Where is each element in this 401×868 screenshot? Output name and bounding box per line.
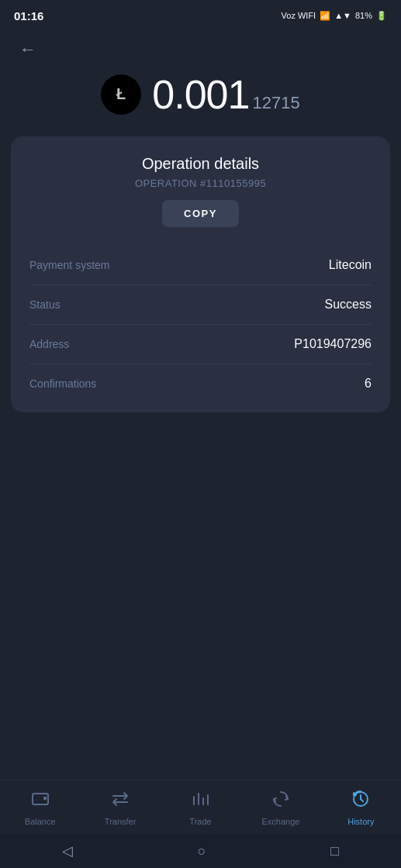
history-nav-label: History [347,817,374,826]
svg-rect-3 [43,797,47,800]
transfer-nav-label: Transfer [105,817,137,826]
android-nav-bar: ◁ ○ □ [0,834,401,868]
detail-label-2: Address [29,338,69,350]
detail-value-3: 6 [365,377,372,391]
detail-label-3: Confirmations [29,377,96,390]
nav-item-history[interactable]: History [321,789,401,826]
detail-row-undefined: Confirmations 6 [29,364,372,391]
trade-nav-icon [191,789,211,814]
nav-item-balance[interactable]: Balance [0,789,80,826]
wifi-icon: 📶 [320,11,330,21]
detail-row-undefined: Payment system Litecoin [29,246,372,285]
balance-nav-icon [30,789,50,814]
android-back-btn[interactable]: ◁ [62,842,73,859]
amount-value: 0.001 12715 [152,71,299,118]
battery-icon: 🔋 [376,11,387,21]
amount-decimal: 12715 [252,93,299,113]
status-bar: 01:16 Voz WIFI 📶 ▲▼ 81% 🔋 [0,0,401,28]
card-title: Operation details [29,155,372,173]
status-icons: Voz WIFI 📶 ▲▼ 81% 🔋 [282,11,387,21]
transfer-nav-icon [110,789,130,814]
nav-item-trade[interactable]: Trade [161,789,240,826]
svg-text:Ł: Ł [116,85,126,102]
detail-row-undefined: Status Success [29,285,372,325]
signal-icon: ▲▼ [334,11,351,20]
operation-number: OPERATION #1110155995 [29,177,372,189]
back-arrow-icon: ← [19,40,36,60]
detail-value-2: P1019407296 [294,337,372,351]
history-nav-icon [351,789,371,814]
amount-section: Ł 0.001 12715 [0,71,401,118]
exchange-nav-label: Exchange [261,817,299,826]
battery-label: 81% [355,11,372,20]
detail-value-1: Success [325,298,372,312]
ltc-icon: Ł [101,74,141,115]
android-recent-btn[interactable]: □ [330,843,339,859]
bottom-nav: Balance Transfer Trade Exchange History [0,780,401,834]
nav-item-exchange[interactable]: Exchange [240,789,320,826]
android-home-btn[interactable]: ○ [198,843,206,859]
detail-row-undefined: Address P1019407296 [29,325,372,364]
status-time: 01:16 [14,9,43,22]
detail-label-1: Status [29,298,60,311]
nav-item-transfer[interactable]: Transfer [80,789,160,826]
detail-value-0: Litecoin [329,258,372,272]
amount-main: 0.001 [152,71,249,118]
copy-button[interactable]: COPY [162,200,239,227]
back-button[interactable]: ← [14,36,42,64]
balance-nav-label: Balance [25,817,56,826]
detail-label-0: Payment system [29,259,109,271]
detail-rows: Payment system Litecoin Status Success A… [29,246,372,391]
trade-nav-label: Trade [189,817,211,826]
carrier-label: Voz WIFI [282,11,316,20]
exchange-nav-icon [271,789,291,814]
operation-details-card: Operation details OPERATION #1110155995 … [11,136,390,412]
